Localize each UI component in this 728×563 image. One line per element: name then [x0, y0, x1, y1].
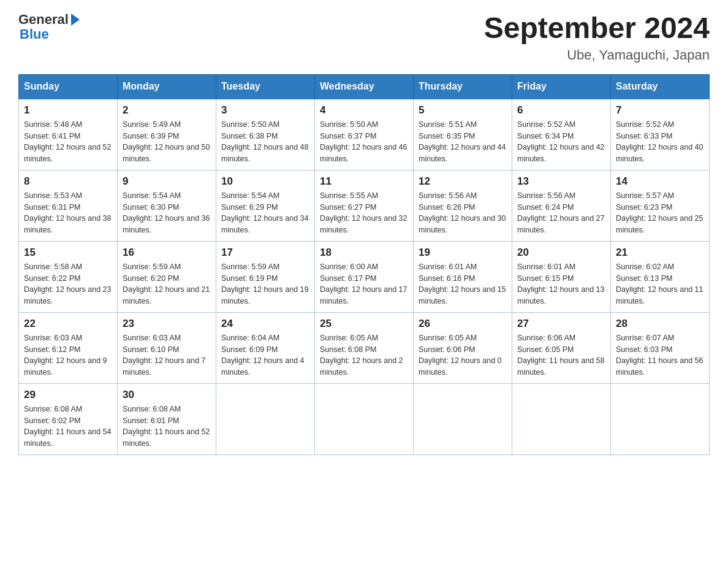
day-info: Sunrise: 6:03 AMSunset: 6:12 PMDaylight:…: [24, 332, 112, 378]
day-number: 1: [24, 104, 112, 117]
week-row-4: 22Sunrise: 6:03 AMSunset: 6:12 PMDayligh…: [19, 312, 710, 383]
column-header-saturday: Saturday: [611, 74, 710, 99]
week-row-3: 15Sunrise: 5:58 AMSunset: 6:22 PMDayligh…: [19, 241, 710, 312]
day-info: Sunrise: 6:05 AMSunset: 6:06 PMDaylight:…: [419, 332, 507, 378]
day-info: Sunrise: 5:51 AMSunset: 6:35 PMDaylight:…: [419, 119, 507, 165]
calendar-cell: 28Sunrise: 6:07 AMSunset: 6:03 PMDayligh…: [611, 312, 710, 383]
day-number: 3: [221, 104, 309, 117]
day-info: Sunrise: 5:49 AMSunset: 6:39 PMDaylight:…: [123, 119, 211, 165]
day-number: 25: [320, 318, 408, 330]
calendar-table: SundayMondayTuesdayWednesdayThursdayFrid…: [18, 74, 710, 455]
calendar-cell: 27Sunrise: 6:06 AMSunset: 6:05 PMDayligh…: [512, 312, 611, 383]
day-number: 15: [24, 247, 112, 259]
day-number: 18: [320, 247, 408, 259]
day-info: Sunrise: 5:54 AMSunset: 6:29 PMDaylight:…: [221, 190, 309, 236]
day-info: Sunrise: 6:08 AMSunset: 6:01 PMDaylight:…: [123, 404, 211, 450]
day-number: 13: [517, 175, 605, 188]
calendar-cell: 7Sunrise: 5:52 AMSunset: 6:33 PMDaylight…: [611, 99, 710, 170]
calendar-cell: 20Sunrise: 6:01 AMSunset: 6:15 PMDayligh…: [512, 241, 611, 312]
day-number: 16: [123, 247, 211, 259]
day-number: 26: [419, 318, 507, 330]
day-info: Sunrise: 5:53 AMSunset: 6:31 PMDaylight:…: [24, 190, 112, 236]
calendar-cell: 10Sunrise: 5:54 AMSunset: 6:29 PMDayligh…: [216, 170, 315, 241]
calendar-cell: 22Sunrise: 6:03 AMSunset: 6:12 PMDayligh…: [19, 312, 118, 383]
calendar-cell: 15Sunrise: 5:58 AMSunset: 6:22 PMDayligh…: [19, 241, 118, 312]
calendar-cell: 1Sunrise: 5:48 AMSunset: 6:41 PMDaylight…: [19, 99, 118, 170]
day-info: Sunrise: 6:03 AMSunset: 6:10 PMDaylight:…: [123, 332, 211, 378]
day-info: Sunrise: 5:52 AMSunset: 6:33 PMDaylight:…: [616, 119, 704, 165]
day-info: Sunrise: 5:59 AMSunset: 6:20 PMDaylight:…: [123, 261, 211, 307]
day-info: Sunrise: 5:59 AMSunset: 6:19 PMDaylight:…: [221, 261, 309, 307]
day-number: 30: [123, 389, 211, 401]
page-title: September 2024: [484, 12, 710, 45]
calendar-cell: 12Sunrise: 5:56 AMSunset: 6:26 PMDayligh…: [414, 170, 512, 241]
logo: General Blue: [18, 12, 82, 42]
day-info: Sunrise: 5:48 AMSunset: 6:41 PMDaylight:…: [24, 119, 112, 165]
logo-text-blue: Blue: [20, 27, 82, 42]
calendar-cell: 3Sunrise: 5:50 AMSunset: 6:38 PMDaylight…: [216, 99, 315, 170]
day-number: 28: [616, 318, 704, 330]
column-header-sunday: Sunday: [19, 74, 118, 99]
column-header-thursday: Thursday: [414, 74, 512, 99]
day-number: 22: [24, 318, 112, 330]
calendar-header-row: SundayMondayTuesdayWednesdayThursdayFrid…: [19, 74, 710, 99]
calendar-cell: 23Sunrise: 6:03 AMSunset: 6:10 PMDayligh…: [118, 312, 216, 383]
calendar-cell: 11Sunrise: 5:55 AMSunset: 6:27 PMDayligh…: [315, 170, 414, 241]
logo-triangle-icon: [71, 13, 80, 26]
calendar-cell: 24Sunrise: 6:04 AMSunset: 6:09 PMDayligh…: [216, 312, 315, 383]
day-info: Sunrise: 6:01 AMSunset: 6:16 PMDaylight:…: [419, 261, 507, 307]
calendar-cell: 19Sunrise: 6:01 AMSunset: 6:16 PMDayligh…: [414, 241, 512, 312]
day-number: 11: [320, 175, 408, 188]
calendar-cell: 26Sunrise: 6:05 AMSunset: 6:06 PMDayligh…: [414, 312, 512, 383]
day-number: 12: [419, 175, 507, 188]
week-row-1: 1Sunrise: 5:48 AMSunset: 6:41 PMDaylight…: [19, 99, 710, 170]
day-number: 21: [616, 247, 704, 259]
day-info: Sunrise: 5:58 AMSunset: 6:22 PMDaylight:…: [24, 261, 112, 307]
day-number: 17: [221, 247, 309, 259]
day-info: Sunrise: 5:56 AMSunset: 6:26 PMDaylight:…: [419, 190, 507, 236]
day-number: 23: [123, 318, 211, 330]
day-number: 14: [616, 175, 704, 188]
calendar-cell: 21Sunrise: 6:02 AMSunset: 6:13 PMDayligh…: [611, 241, 710, 312]
page-header: General Blue September 2024 Ube, Yamaguc…: [18, 12, 710, 63]
day-info: Sunrise: 6:07 AMSunset: 6:03 PMDaylight:…: [616, 332, 704, 378]
calendar-cell: 2Sunrise: 5:49 AMSunset: 6:39 PMDaylight…: [118, 99, 216, 170]
day-info: Sunrise: 5:56 AMSunset: 6:24 PMDaylight:…: [517, 190, 605, 236]
calendar-cell: 9Sunrise: 5:54 AMSunset: 6:30 PMDaylight…: [118, 170, 216, 241]
day-info: Sunrise: 5:54 AMSunset: 6:30 PMDaylight:…: [123, 190, 211, 236]
day-info: Sunrise: 6:04 AMSunset: 6:09 PMDaylight:…: [221, 332, 309, 378]
column-header-monday: Monday: [118, 74, 216, 99]
logo-text-general: General: [18, 12, 69, 27]
day-number: 5: [419, 104, 507, 117]
day-info: Sunrise: 5:50 AMSunset: 6:37 PMDaylight:…: [320, 119, 408, 165]
calendar-cell: 29Sunrise: 6:08 AMSunset: 6:02 PMDayligh…: [19, 383, 118, 454]
calendar-cell: 25Sunrise: 6:05 AMSunset: 6:08 PMDayligh…: [315, 312, 414, 383]
column-header-tuesday: Tuesday: [216, 74, 315, 99]
calendar-cell: 8Sunrise: 5:53 AMSunset: 6:31 PMDaylight…: [19, 170, 118, 241]
page-subtitle: Ube, Yamaguchi, Japan: [484, 47, 710, 63]
calendar-cell: [414, 383, 512, 454]
day-info: Sunrise: 6:00 AMSunset: 6:17 PMDaylight:…: [320, 261, 408, 307]
calendar-cell: 17Sunrise: 5:59 AMSunset: 6:19 PMDayligh…: [216, 241, 315, 312]
day-number: 8: [24, 175, 112, 188]
calendar-cell: 14Sunrise: 5:57 AMSunset: 6:23 PMDayligh…: [611, 170, 710, 241]
day-number: 29: [24, 389, 112, 401]
day-number: 20: [517, 247, 605, 259]
day-number: 27: [517, 318, 605, 330]
calendar-cell: [315, 383, 414, 454]
column-header-friday: Friday: [512, 74, 611, 99]
day-info: Sunrise: 5:50 AMSunset: 6:38 PMDaylight:…: [221, 119, 309, 165]
calendar-cell: 13Sunrise: 5:56 AMSunset: 6:24 PMDayligh…: [512, 170, 611, 241]
day-info: Sunrise: 6:06 AMSunset: 6:05 PMDaylight:…: [517, 332, 605, 378]
day-number: 6: [517, 104, 605, 117]
day-number: 4: [320, 104, 408, 117]
week-row-5: 29Sunrise: 6:08 AMSunset: 6:02 PMDayligh…: [19, 383, 710, 454]
day-info: Sunrise: 6:05 AMSunset: 6:08 PMDaylight:…: [320, 332, 408, 378]
calendar-cell: 6Sunrise: 5:52 AMSunset: 6:34 PMDaylight…: [512, 99, 611, 170]
day-number: 19: [419, 247, 507, 259]
column-header-wednesday: Wednesday: [315, 74, 414, 99]
calendar-cell: 5Sunrise: 5:51 AMSunset: 6:35 PMDaylight…: [414, 99, 512, 170]
day-number: 7: [616, 104, 704, 117]
calendar-cell: 18Sunrise: 6:00 AMSunset: 6:17 PMDayligh…: [315, 241, 414, 312]
calendar-cell: 16Sunrise: 5:59 AMSunset: 6:20 PMDayligh…: [118, 241, 216, 312]
